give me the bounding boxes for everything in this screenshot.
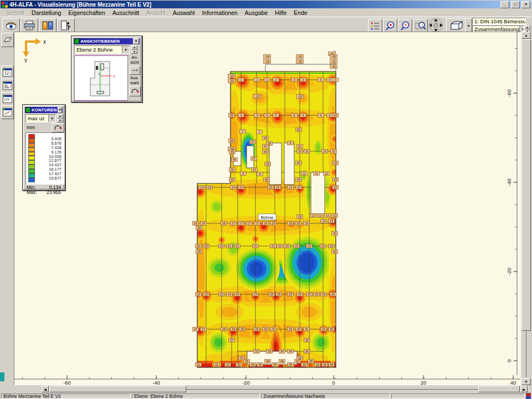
element-tag-label: 10 <box>323 150 326 153</box>
konturen-dialog[interactable]: KONTUREN × max uz ▼ ▲ ▼ mm 3.9265.6767.4… <box>22 104 65 191</box>
preview-button[interactable] <box>2 18 20 33</box>
element-tag-label: 30 <box>297 328 300 331</box>
element-tag-label: 11 <box>315 172 318 175</box>
element-tag-label: 33 <box>334 186 337 189</box>
scroll-right-icon[interactable]: ▶ <box>520 386 528 392</box>
element-tag-label: 12 <box>319 214 322 217</box>
panel-toggle-contours[interactable] <box>1 65 14 79</box>
level-preview[interactable]: x z <box>74 55 128 101</box>
design-code-combo[interactable]: 1: DIN 1045 Bemessung ▼ <box>472 18 526 25</box>
horizontal-scroll-handle[interactable] <box>478 386 520 392</box>
view-3d-dropdown[interactable]: ▼ <box>465 18 472 33</box>
vertical-scroll-thumb[interactable] <box>521 39 531 331</box>
konturen-title-bar[interactable]: KONTUREN × <box>25 107 63 113</box>
x-ruler-tick-label: 0 <box>332 380 335 385</box>
report-button[interactable] <box>39 18 57 33</box>
quantity-combo[interactable]: max uz ▼ <box>25 114 56 122</box>
close-icon[interactable]: × <box>58 107 62 113</box>
zoom-out-button[interactable] <box>398 19 412 33</box>
scroll-down-icon[interactable]: ▼ <box>521 378 531 385</box>
legend-max-row: Max:23.955 <box>27 190 61 195</box>
element-tag-label: 21 <box>228 244 231 248</box>
element-tag-label: 20 <box>197 244 200 248</box>
menu-item-hilfe[interactable]: Hilfe <box>272 9 290 16</box>
ansicht-ebenen-dialog[interactable]: ANSICHT/EBENEN × Ebene 2 Bühne ▼ ▲ ▼ <box>71 35 142 103</box>
zoom-window-button[interactable] <box>413 19 428 33</box>
legend-toggle-button[interactable] <box>368 19 382 33</box>
spinner-down-icon: ▼ <box>131 50 137 54</box>
close-button[interactable]: × <box>521 1 530 8</box>
element-tag-label: 34 <box>289 350 292 353</box>
unit-rotate-button[interactable] <box>52 123 64 132</box>
status-panel-4 <box>391 393 525 398</box>
ansicht-title-bar[interactable]: ANSICHT/EBENEN × <box>74 38 140 44</box>
view-apply-button[interactable] <box>130 66 140 75</box>
menu-item-eigenschaften[interactable]: Eigenschaften <box>65 9 109 16</box>
element-tag-label: 23 <box>330 244 333 248</box>
element-tag-label: 13 <box>208 186 211 189</box>
x-ruler-tick-label: -20 <box>242 380 250 385</box>
element-tag-label: 43 <box>334 178 337 181</box>
vertical-scrollbar[interactable]: ▲ ▼ <box>521 32 531 385</box>
element-tag-label: 37 <box>240 356 243 360</box>
zoom-window-icon <box>415 21 426 31</box>
menu-item-informationen[interactable]: Informationen <box>198 9 241 16</box>
print-button[interactable] <box>21 18 38 33</box>
close-icon[interactable]: × <box>133 38 139 44</box>
horizontal-scroll-thumb[interactable] <box>49 386 186 392</box>
element-tag-label: 13 <box>322 219 325 223</box>
level-combo[interactable]: Ebene 2 Bühne ▼ <box>74 45 130 54</box>
maximize-button[interactable]: □ <box>511 1 520 8</box>
element-tag-label: 44 <box>297 161 300 165</box>
menu-item-ausgabe[interactable]: Ausgabe <box>242 9 271 16</box>
select-rotate-button[interactable] <box>129 86 141 96</box>
element-tag-label: 25 <box>289 293 292 296</box>
menu-item-ende[interactable]: Ende <box>290 9 311 16</box>
horizontal-scrollbar[interactable]: ◀ ▶ <box>14 386 531 392</box>
chevron-down-icon[interactable]: ▼ <box>122 46 129 53</box>
element-tag-label: 43 <box>334 161 337 165</box>
panel-toggle-levels[interactable] <box>1 79 14 93</box>
menu-item-ansicht: Ansicht <box>143 9 168 16</box>
legend-swatch <box>28 156 35 160</box>
element-tag-label: 19 <box>296 222 300 225</box>
element-tag-label: 45 <box>264 150 267 154</box>
panel-toggle-numbers[interactable]: 123 <box>1 92 14 106</box>
chevron-down-icon[interactable]: ▼ <box>48 115 55 122</box>
element-tag-label: 33 <box>268 350 271 353</box>
contour-panel-icon <box>3 68 12 76</box>
y-ruler-tick-label: -40 <box>506 178 512 186</box>
minimize-button[interactable]: _ <box>500 1 509 8</box>
element-tag-label: 3 <box>294 78 295 81</box>
menu-item-auswahl[interactable]: Auswahl <box>170 9 198 16</box>
element-tag-label: 10 <box>298 150 301 153</box>
scroll-up-icon[interactable]: ▲ <box>521 32 531 39</box>
element-tag-label: 23 <box>220 293 223 296</box>
level-spinner[interactable]: ▲ ▼ <box>131 45 137 54</box>
scroll-left-icon[interactable]: ◀ <box>42 386 49 392</box>
element-tag-label: 25 <box>298 293 301 296</box>
menu-item-darstellung[interactable]: Darstellung <box>28 9 64 16</box>
element-tag-label: 12 <box>326 214 329 217</box>
pan-navigator[interactable] <box>428 18 444 33</box>
exit-button[interactable] <box>57 18 75 33</box>
panel-toggle-vectors[interactable] <box>1 105 14 119</box>
element-tag-label: 5 <box>329 78 331 81</box>
menu-item-ausschnitt[interactable]: Ausschnitt <box>109 9 142 16</box>
quantity-spinner[interactable]: ▲ ▼ <box>57 114 63 122</box>
status-panel-2: Ebene: Ebene 2 Bühne <box>132 393 260 398</box>
element-tag-label: 6 <box>303 114 304 117</box>
element-tag-label: 16 <box>194 222 197 225</box>
plane-view-button[interactable] <box>1 33 14 47</box>
title-bar[interactable]: 4H-ALFA - Visualisierung [Bühne Mezzanin… <box>1 1 531 8</box>
zoom-in-button[interactable] <box>383 19 397 33</box>
menu-item-schnitt: Schnitt <box>3 9 28 16</box>
element-tag-label: 17 <box>255 222 259 225</box>
view-3d-button[interactable] <box>446 18 466 33</box>
svg-text:z: z <box>98 72 100 75</box>
preview-axis-x: x <box>113 74 115 78</box>
legend-swatch <box>28 152 35 156</box>
element-tag-label: 10 <box>305 150 309 153</box>
element-tag-label: -32 <box>298 95 302 98</box>
element-tag-label: 38 <box>305 339 309 342</box>
